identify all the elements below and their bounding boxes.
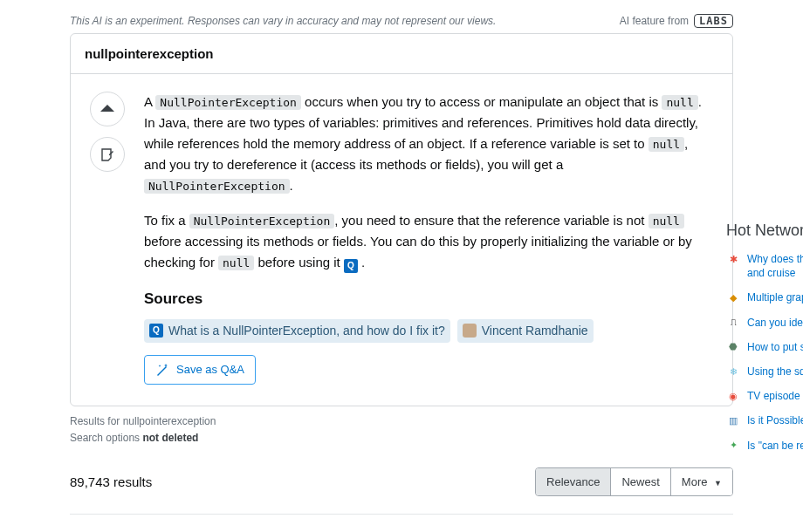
- sort-newest-button[interactable]: Newest: [610, 468, 669, 495]
- hot-network-link[interactable]: Why does the air flow into the inlet dur…: [747, 252, 803, 280]
- site-icon: ✦: [726, 439, 740, 453]
- hot-network-item: ✦Is "can be reached": [726, 439, 803, 453]
- inline-code: NullPointerException: [144, 179, 290, 194]
- sort-relevance-button[interactable]: Relevance: [536, 468, 610, 495]
- hot-network-heading: Hot Network: [726, 222, 803, 240]
- hot-network-item: ◆Multiple graph, same plot range: [726, 290, 803, 304]
- results-for-value: nullpointerexception: [123, 415, 216, 427]
- site-icon: ▥: [726, 413, 740, 427]
- ai-paragraph-2: To fix a NullPointerException, you need …: [144, 210, 713, 273]
- hot-network-item: ⬣How to put smoke detection more: [726, 340, 803, 354]
- site-icon: ◉: [726, 389, 740, 403]
- results-for-prefix: Results for: [70, 415, 123, 427]
- inline-code: null: [218, 256, 254, 270]
- save-as-qa-button[interactable]: Save as Q&A: [144, 355, 256, 385]
- hot-network-link[interactable]: TV episode with rotating off: [747, 389, 803, 403]
- hot-network-link[interactable]: Can you identify this loading screen: [747, 316, 803, 330]
- ai-meta-row: This AI is an experiment. Responses can …: [70, 14, 733, 31]
- hot-network-link[interactable]: Is "can be reached": [747, 439, 803, 453]
- sort-more-button[interactable]: More ▼: [670, 468, 732, 495]
- avatar-icon: [463, 324, 477, 338]
- source-chip-text: What is a NullPointerException, and how …: [168, 321, 445, 340]
- save-button-label: Save as Q&A: [176, 363, 244, 376]
- hot-network-item: ◉TV episode with rotating off: [726, 389, 803, 403]
- hot-network-item: ❄Using the sdai (chainID 31): [726, 365, 803, 379]
- chevron-down-icon: ▼: [714, 479, 722, 488]
- magic-wand-icon: [155, 363, 169, 377]
- search-options-value: not deleted: [142, 432, 198, 444]
- caret-up-icon: [100, 101, 115, 117]
- feedback-button[interactable]: [90, 137, 125, 172]
- hot-network-item: ▥Is it Possible to Without Force: [726, 413, 803, 427]
- source-chip-author[interactable]: Vincent Ramdhanie: [457, 319, 594, 342]
- ai-attribution: AI feature from LABS: [620, 14, 733, 28]
- site-icon: ✱: [726, 252, 740, 266]
- ai-answer-body: A NullPointerException occurs when you t…: [144, 92, 713, 385]
- inline-code: NullPointerException: [155, 95, 301, 110]
- sort-more-label: More: [682, 475, 708, 488]
- search-options-prefix: Search options: [70, 432, 142, 444]
- hot-network-item: ✱Why does the air flow into the inlet du…: [726, 252, 803, 280]
- hot-network-sidebar: Hot Network ✱Why does the air flow into …: [726, 222, 803, 463]
- source-chip-question[interactable]: Q What is a NullPointerException, and ho…: [144, 319, 450, 342]
- sources-heading: Sources: [144, 287, 713, 310]
- labs-badge: LABS: [694, 14, 733, 28]
- hot-network-list: ✱Why does the air flow into the inlet du…: [726, 252, 803, 453]
- citation-chip[interactable]: Q: [344, 259, 358, 273]
- site-icon: ◆: [726, 290, 740, 304]
- results-header-row: 89,743 results Relevance Newest More ▼: [70, 467, 733, 496]
- ai-disclaimer: This AI is an experiment. Responses can …: [70, 15, 496, 27]
- ai-query-title: nullpointerexception: [71, 34, 732, 74]
- sort-group: Relevance Newest More ▼: [535, 467, 733, 496]
- results-count: 89,743 results: [70, 474, 152, 489]
- ai-attribution-text: AI feature from: [620, 15, 689, 27]
- hot-network-link[interactable]: Multiple graph, same plot range: [747, 290, 803, 304]
- hot-network-link[interactable]: Is it Possible to Without Force: [747, 413, 803, 427]
- site-icon: ⬣: [726, 340, 740, 354]
- hot-network-item: ⎍Can you identify this loading screen: [726, 316, 803, 330]
- site-icon: ❄: [726, 365, 740, 379]
- vote-column: [90, 92, 125, 385]
- question-icon: Q: [149, 324, 163, 338]
- results-count-number: 89,743: [70, 474, 110, 489]
- inline-code: NullPointerException: [189, 214, 335, 228]
- hot-network-link[interactable]: How to put smoke detection more: [747, 340, 803, 354]
- ai-paragraph-1: A NullPointerException occurs when you t…: [144, 92, 713, 196]
- ai-answer-card: nullpointerexception A NullPointerExcept…: [70, 33, 733, 406]
- hot-network-link[interactable]: Using the sdai (chainID 31): [747, 365, 803, 379]
- inline-code: null: [649, 214, 684, 228]
- upvote-button[interactable]: [90, 92, 125, 126]
- source-chip-text: Vincent Ramdhanie: [482, 321, 588, 340]
- inline-code: null: [662, 95, 697, 110]
- results-count-word: results: [113, 474, 152, 489]
- site-icon: ⎍: [726, 316, 740, 330]
- inline-code: null: [649, 137, 684, 152]
- search-meta: Results for nullpointerexception Search …: [70, 413, 733, 447]
- sources-row: Q What is a NullPointerException, and ho…: [144, 319, 713, 342]
- edit-note-icon: [100, 147, 115, 162]
- divider: [70, 514, 733, 515]
